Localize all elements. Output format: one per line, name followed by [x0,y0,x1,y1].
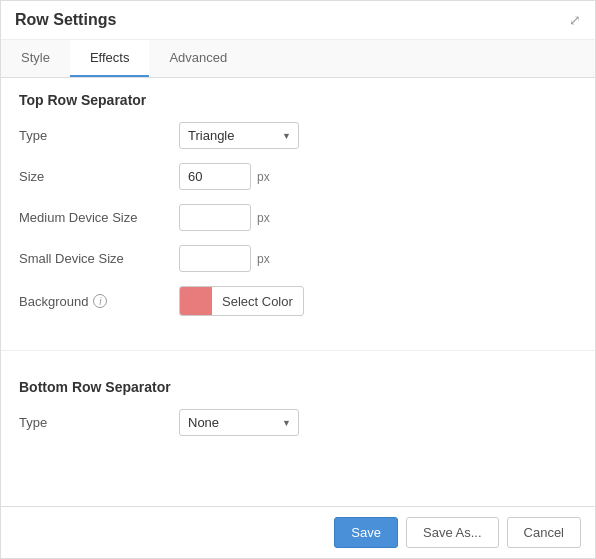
medium-size-control: px [179,204,270,231]
medium-size-input[interactable] [179,204,251,231]
bottom-type-control: None Triangle Curve Wave Arrow [179,409,299,436]
small-size-field-row: Small Device Size px [19,245,577,272]
small-unit: px [257,252,270,266]
select-color-label: Select Color [212,294,303,309]
tab-effects[interactable]: Effects [70,40,150,77]
medium-size-field-row: Medium Device Size px [19,204,577,231]
panel-header: Row Settings ⤢ [1,1,595,40]
top-separator-section: Top Row Separator Type None Triangle Cur… [1,78,595,344]
panel-body: Top Row Separator Type None Triangle Cur… [1,78,595,506]
background-control: Select Color [179,286,304,316]
bottom-type-select[interactable]: None Triangle Curve Wave Arrow [179,409,299,436]
section-divider [1,350,595,351]
background-label: Background i [19,294,179,309]
medium-unit: px [257,211,270,225]
color-swatch [180,286,212,316]
type-label: Type [19,128,179,143]
row-settings-panel: Row Settings ⤢ Style Effects Advanced To… [0,0,596,559]
select-color-button[interactable]: Select Color [179,286,304,316]
size-label: Size [19,169,179,184]
panel-title: Row Settings [15,11,116,29]
expand-icon[interactable]: ⤢ [569,12,581,28]
cancel-button[interactable]: Cancel [507,517,581,548]
type-control: None Triangle Curve Wave Arrow [179,122,299,149]
top-separator-title: Top Row Separator [19,92,577,108]
size-field-row: Size px [19,163,577,190]
small-size-label: Small Device Size [19,251,179,266]
medium-size-label: Medium Device Size [19,210,179,225]
bottom-type-label: Type [19,415,179,430]
save-as-button[interactable]: Save As... [406,517,499,548]
bottom-type-select-wrapper: None Triangle Curve Wave Arrow [179,409,299,436]
size-control: px [179,163,270,190]
small-size-input[interactable] [179,245,251,272]
bottom-type-field-row: Type None Triangle Curve Wave Arrow [19,409,577,436]
bottom-separator-section: Bottom Row Separator Type None Triangle … [1,365,595,464]
type-select-wrapper: None Triangle Curve Wave Arrow [179,122,299,149]
background-help-icon[interactable]: i [93,294,107,308]
tab-style[interactable]: Style [1,40,70,77]
small-size-control: px [179,245,270,272]
panel-footer: Save Save As... Cancel [1,506,595,558]
tabs-bar: Style Effects Advanced [1,40,595,78]
type-field-row: Type None Triangle Curve Wave Arrow [19,122,577,149]
bottom-separator-title: Bottom Row Separator [19,379,577,395]
type-select[interactable]: None Triangle Curve Wave Arrow [179,122,299,149]
save-button[interactable]: Save [334,517,398,548]
size-input[interactable] [179,163,251,190]
tab-advanced[interactable]: Advanced [149,40,247,77]
background-field-row: Background i Select Color [19,286,577,316]
size-unit: px [257,170,270,184]
